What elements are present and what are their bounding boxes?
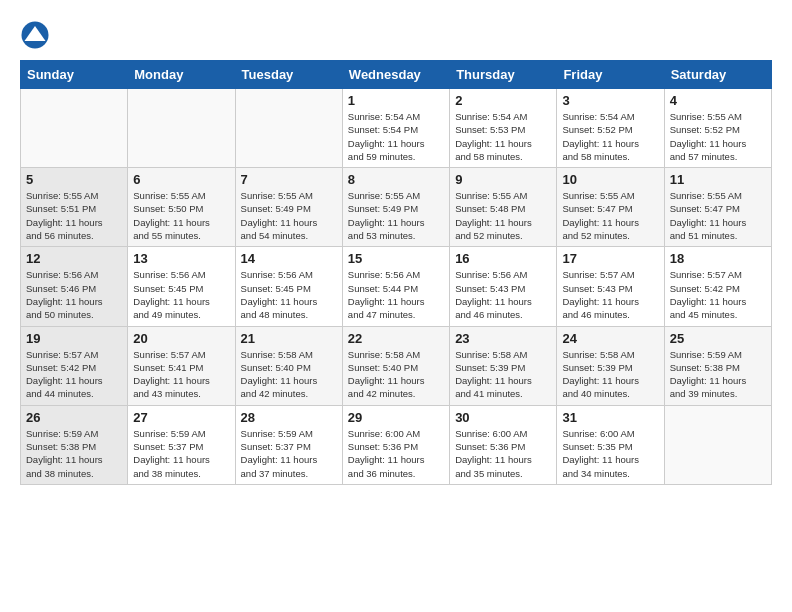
day-number: 20 (133, 331, 229, 346)
calendar-day-cell: 3Sunrise: 5:54 AM Sunset: 5:52 PM Daylig… (557, 89, 664, 168)
day-number: 3 (562, 93, 658, 108)
day-number: 24 (562, 331, 658, 346)
day-number: 21 (241, 331, 337, 346)
calendar-day-cell: 25Sunrise: 5:59 AM Sunset: 5:38 PM Dayli… (664, 326, 771, 405)
calendar-day-cell: 29Sunrise: 6:00 AM Sunset: 5:36 PM Dayli… (342, 405, 449, 484)
day-number: 12 (26, 251, 122, 266)
day-number: 13 (133, 251, 229, 266)
day-number: 28 (241, 410, 337, 425)
calendar-day-cell: 5Sunrise: 5:55 AM Sunset: 5:51 PM Daylig… (21, 168, 128, 247)
day-of-week-header: Tuesday (235, 61, 342, 89)
day-number: 7 (241, 172, 337, 187)
calendar-day-cell: 1Sunrise: 5:54 AM Sunset: 5:54 PM Daylig… (342, 89, 449, 168)
day-of-week-header: Saturday (664, 61, 771, 89)
day-info: Sunrise: 5:58 AM Sunset: 5:40 PM Dayligh… (241, 348, 337, 401)
day-number: 10 (562, 172, 658, 187)
logo-icon (20, 20, 50, 50)
calendar-day-cell: 21Sunrise: 5:58 AM Sunset: 5:40 PM Dayli… (235, 326, 342, 405)
day-number: 26 (26, 410, 122, 425)
day-info: Sunrise: 5:59 AM Sunset: 5:37 PM Dayligh… (133, 427, 229, 480)
day-number: 11 (670, 172, 766, 187)
day-number: 16 (455, 251, 551, 266)
day-info: Sunrise: 5:56 AM Sunset: 5:43 PM Dayligh… (455, 268, 551, 321)
calendar-day-cell: 16Sunrise: 5:56 AM Sunset: 5:43 PM Dayli… (450, 247, 557, 326)
day-info: Sunrise: 5:55 AM Sunset: 5:49 PM Dayligh… (241, 189, 337, 242)
day-number: 14 (241, 251, 337, 266)
day-number: 6 (133, 172, 229, 187)
day-of-week-header: Monday (128, 61, 235, 89)
day-number: 29 (348, 410, 444, 425)
day-info: Sunrise: 5:55 AM Sunset: 5:49 PM Dayligh… (348, 189, 444, 242)
calendar-day-cell: 19Sunrise: 5:57 AM Sunset: 5:42 PM Dayli… (21, 326, 128, 405)
day-info: Sunrise: 5:55 AM Sunset: 5:48 PM Dayligh… (455, 189, 551, 242)
day-info: Sunrise: 5:59 AM Sunset: 5:37 PM Dayligh… (241, 427, 337, 480)
day-number: 18 (670, 251, 766, 266)
calendar-week-row: 12Sunrise: 5:56 AM Sunset: 5:46 PM Dayli… (21, 247, 772, 326)
day-info: Sunrise: 5:56 AM Sunset: 5:46 PM Dayligh… (26, 268, 122, 321)
day-info: Sunrise: 5:54 AM Sunset: 5:52 PM Dayligh… (562, 110, 658, 163)
day-info: Sunrise: 5:55 AM Sunset: 5:47 PM Dayligh… (670, 189, 766, 242)
day-number: 4 (670, 93, 766, 108)
calendar-day-cell: 10Sunrise: 5:55 AM Sunset: 5:47 PM Dayli… (557, 168, 664, 247)
day-info: Sunrise: 5:59 AM Sunset: 5:38 PM Dayligh… (26, 427, 122, 480)
day-info: Sunrise: 5:58 AM Sunset: 5:39 PM Dayligh… (455, 348, 551, 401)
calendar-day-cell: 26Sunrise: 5:59 AM Sunset: 5:38 PM Dayli… (21, 405, 128, 484)
page-header (20, 20, 772, 50)
day-info: Sunrise: 5:55 AM Sunset: 5:50 PM Dayligh… (133, 189, 229, 242)
calendar-day-cell: 20Sunrise: 5:57 AM Sunset: 5:41 PM Dayli… (128, 326, 235, 405)
calendar-day-cell: 30Sunrise: 6:00 AM Sunset: 5:36 PM Dayli… (450, 405, 557, 484)
calendar-day-cell: 7Sunrise: 5:55 AM Sunset: 5:49 PM Daylig… (235, 168, 342, 247)
day-of-week-header: Wednesday (342, 61, 449, 89)
logo (20, 20, 52, 50)
calendar-week-row: 26Sunrise: 5:59 AM Sunset: 5:38 PM Dayli… (21, 405, 772, 484)
day-info: Sunrise: 5:59 AM Sunset: 5:38 PM Dayligh… (670, 348, 766, 401)
calendar-day-cell: 18Sunrise: 5:57 AM Sunset: 5:42 PM Dayli… (664, 247, 771, 326)
day-info: Sunrise: 5:54 AM Sunset: 5:53 PM Dayligh… (455, 110, 551, 163)
day-info: Sunrise: 5:56 AM Sunset: 5:45 PM Dayligh… (133, 268, 229, 321)
calendar-day-cell: 15Sunrise: 5:56 AM Sunset: 5:44 PM Dayli… (342, 247, 449, 326)
calendar-day-cell: 24Sunrise: 5:58 AM Sunset: 5:39 PM Dayli… (557, 326, 664, 405)
day-info: Sunrise: 5:57 AM Sunset: 5:42 PM Dayligh… (670, 268, 766, 321)
calendar-week-row: 1Sunrise: 5:54 AM Sunset: 5:54 PM Daylig… (21, 89, 772, 168)
day-number: 5 (26, 172, 122, 187)
calendar-day-cell (21, 89, 128, 168)
day-number: 15 (348, 251, 444, 266)
calendar-day-cell (664, 405, 771, 484)
day-of-week-header: Sunday (21, 61, 128, 89)
calendar-header-row: SundayMondayTuesdayWednesdayThursdayFrid… (21, 61, 772, 89)
day-info: Sunrise: 6:00 AM Sunset: 5:35 PM Dayligh… (562, 427, 658, 480)
day-number: 31 (562, 410, 658, 425)
day-number: 2 (455, 93, 551, 108)
day-info: Sunrise: 5:56 AM Sunset: 5:44 PM Dayligh… (348, 268, 444, 321)
calendar-day-cell: 23Sunrise: 5:58 AM Sunset: 5:39 PM Dayli… (450, 326, 557, 405)
day-info: Sunrise: 5:54 AM Sunset: 5:54 PM Dayligh… (348, 110, 444, 163)
day-of-week-header: Friday (557, 61, 664, 89)
day-info: Sunrise: 5:58 AM Sunset: 5:39 PM Dayligh… (562, 348, 658, 401)
day-number: 9 (455, 172, 551, 187)
day-info: Sunrise: 5:57 AM Sunset: 5:43 PM Dayligh… (562, 268, 658, 321)
day-info: Sunrise: 5:55 AM Sunset: 5:51 PM Dayligh… (26, 189, 122, 242)
calendar-table: SundayMondayTuesdayWednesdayThursdayFrid… (20, 60, 772, 485)
calendar-day-cell: 8Sunrise: 5:55 AM Sunset: 5:49 PM Daylig… (342, 168, 449, 247)
calendar-day-cell: 12Sunrise: 5:56 AM Sunset: 5:46 PM Dayli… (21, 247, 128, 326)
calendar-day-cell (235, 89, 342, 168)
calendar-day-cell: 31Sunrise: 6:00 AM Sunset: 5:35 PM Dayli… (557, 405, 664, 484)
day-info: Sunrise: 5:57 AM Sunset: 5:41 PM Dayligh… (133, 348, 229, 401)
day-info: Sunrise: 5:56 AM Sunset: 5:45 PM Dayligh… (241, 268, 337, 321)
day-number: 17 (562, 251, 658, 266)
day-info: Sunrise: 6:00 AM Sunset: 5:36 PM Dayligh… (455, 427, 551, 480)
day-info: Sunrise: 5:58 AM Sunset: 5:40 PM Dayligh… (348, 348, 444, 401)
day-of-week-header: Thursday (450, 61, 557, 89)
calendar-day-cell: 13Sunrise: 5:56 AM Sunset: 5:45 PM Dayli… (128, 247, 235, 326)
day-number: 30 (455, 410, 551, 425)
calendar-week-row: 19Sunrise: 5:57 AM Sunset: 5:42 PM Dayli… (21, 326, 772, 405)
calendar-day-cell: 27Sunrise: 5:59 AM Sunset: 5:37 PM Dayli… (128, 405, 235, 484)
day-info: Sunrise: 5:57 AM Sunset: 5:42 PM Dayligh… (26, 348, 122, 401)
calendar-day-cell: 22Sunrise: 5:58 AM Sunset: 5:40 PM Dayli… (342, 326, 449, 405)
day-number: 8 (348, 172, 444, 187)
day-number: 1 (348, 93, 444, 108)
calendar-day-cell: 11Sunrise: 5:55 AM Sunset: 5:47 PM Dayli… (664, 168, 771, 247)
day-info: Sunrise: 5:55 AM Sunset: 5:52 PM Dayligh… (670, 110, 766, 163)
day-number: 25 (670, 331, 766, 346)
calendar-day-cell: 2Sunrise: 5:54 AM Sunset: 5:53 PM Daylig… (450, 89, 557, 168)
